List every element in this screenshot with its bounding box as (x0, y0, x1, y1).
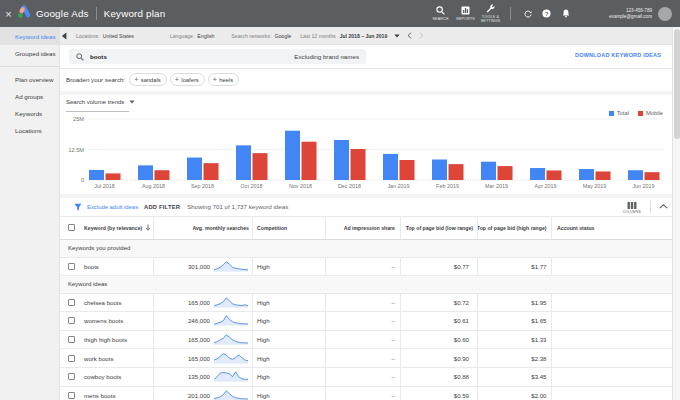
date-range-control[interactable]: Last 12 months Jul 2018 – Jun 2019 (300, 33, 387, 39)
keyword-search-input[interactable]: boots Excluding brand names (69, 49, 366, 64)
month-label: Aug 2018 (142, 183, 165, 189)
sidebar-item-keywords[interactable]: Keywords (0, 105, 59, 122)
row-checkbox[interactable] (68, 263, 75, 270)
topbar-nav-search[interactable]: SEARCH (430, 6, 452, 21)
date-range-value: Jul 2018 – Jun 2019 (340, 33, 388, 39)
bar-total-dec-2018[interactable] (334, 140, 349, 180)
toolbar-filter-locations[interactable]: Locations:United States (76, 33, 134, 39)
header-competition[interactable]: Competition (253, 217, 326, 240)
bar-mobile-feb-2019[interactable] (449, 164, 464, 180)
bar-total-mar-2019[interactable] (481, 162, 496, 180)
bar-total-feb-2019[interactable] (432, 160, 447, 180)
avatar[interactable] (658, 7, 672, 21)
account-id: 123-456-789 (609, 8, 652, 13)
search-query: boots (90, 53, 107, 60)
divider (650, 200, 651, 213)
bar-mobile-mar-2019[interactable] (498, 166, 513, 180)
bar-total-aug-2018[interactable] (138, 165, 153, 180)
bar-mobile-nov-2018[interactable] (302, 142, 317, 180)
sidebar-item-ad-groups[interactable]: Ad groups (0, 88, 59, 105)
header-keyword[interactable]: Keyword (by relevance) (80, 217, 154, 240)
bar-mobile-oct-2018[interactable] (253, 153, 268, 180)
table-row-chelsea-boots: chelsea boots165,000High–$0.72$1.95 (60, 294, 672, 313)
bar-total-may-2019[interactable] (579, 169, 594, 180)
top-bid-high-cell: $3.45 (531, 373, 546, 380)
row-checkbox[interactable] (68, 355, 75, 362)
columns-icon (627, 202, 637, 209)
refresh-icon[interactable] (518, 10, 537, 18)
help-icon[interactable]: ? (537, 9, 556, 18)
broaden-chip-loafers[interactable]: +loafers (170, 73, 205, 86)
scrollbar-track[interactable] (672, 27, 680, 400)
google-ads-keyword-plan-screen: × Google Ads Keyword plan SEARCHREPORTST… (0, 0, 680, 400)
exclude-adult-ideas-filter[interactable]: Exclude adult ideas (87, 204, 138, 210)
bar-total-jul-2018[interactable] (89, 170, 104, 180)
month-label: Mar 2019 (485, 183, 508, 189)
sidebar-item-grouped-ideas[interactable]: Grouped ideas (0, 45, 59, 62)
date-range-caret-icon[interactable] (394, 34, 400, 38)
header-ad-impression-share[interactable]: Ad impression share (326, 217, 401, 240)
collapse-chevron-icon[interactable] (659, 204, 668, 209)
close-icon[interactable]: × (4, 9, 13, 19)
month-label: Jun 2019 (632, 183, 654, 189)
row-checkbox[interactable] (68, 373, 75, 380)
table-row-work-boots: work boots165,000High–$0.90$2.38 (60, 349, 672, 368)
sidebar-item-locations[interactable]: Locations (0, 122, 59, 139)
filter-funnel-icon[interactable] (74, 203, 82, 211)
competition-cell: High (257, 263, 270, 270)
add-filter-button[interactable]: ADD FILTER (144, 204, 180, 210)
bar-total-apr-2019[interactable] (530, 168, 545, 180)
row-checkbox[interactable] (68, 336, 75, 343)
bar-total-nov-2018[interactable] (285, 131, 300, 180)
notifications-bell-icon[interactable] (556, 9, 575, 18)
month-label: Dec 2018 (338, 183, 361, 189)
sidebar-item-plan-overview[interactable]: Plan overview (0, 71, 59, 88)
bar-mobile-sep-2018[interactable] (204, 163, 219, 180)
row-checkbox[interactable] (68, 392, 75, 399)
bar-mobile-apr-2019[interactable] (547, 170, 562, 180)
header-account-status[interactable]: Account status (552, 217, 672, 240)
ad-impression-share-cell: – (392, 392, 395, 399)
bar-mobile-jul-2018[interactable] (106, 173, 121, 180)
header-top-bid-low[interactable]: Top of page bid (low range) (401, 217, 478, 240)
account-email: example@gmail.com (609, 14, 652, 19)
keyword-cell: womens boots (84, 317, 123, 324)
row-checkbox[interactable] (68, 299, 75, 306)
sidebar-item-keyword-ideas[interactable]: Keyword ideas (0, 27, 59, 45)
scrollbar-thumb[interactable] (674, 29, 680, 139)
bar-total-jun-2019[interactable] (628, 170, 643, 180)
trend-sparkline (213, 370, 249, 383)
columns-button[interactable]: COLUMNS (623, 202, 641, 214)
table-row-womens-boots: womens boots246,000High–$0.61$1.65 (60, 312, 672, 331)
bar-total-oct-2018[interactable] (236, 145, 251, 180)
broaden-chip-sandals[interactable]: +sandals (129, 73, 167, 86)
bar-mobile-jan-2019[interactable] (400, 160, 415, 180)
toolbar-filter-searchnetworks[interactable]: Search networks:Google (231, 33, 291, 39)
download-keyword-ideas-link[interactable]: DOWNLOAD KEYWORD IDEAS (575, 52, 661, 58)
header-avg-monthly-searches[interactable]: Avg. monthly searches (154, 217, 254, 240)
account-info[interactable]: 123-456-789 example@gmail.com (609, 8, 652, 19)
bar-mobile-dec-2018[interactable] (351, 149, 366, 180)
next-period-icon[interactable] (419, 32, 424, 39)
table-body: Keywords you providedboots301,000High–$0… (60, 240, 672, 400)
broaden-chip-heels[interactable]: +heels (208, 73, 239, 86)
topbar-nav-reports[interactable]: REPORTS (455, 6, 477, 21)
toolbar-filter-language[interactable]: Language:English (170, 33, 215, 39)
bar-total-sep-2018[interactable] (187, 158, 202, 180)
top-bid-low-cell: $0.60 (454, 336, 469, 343)
top-bid-high-cell: $1.33 (531, 336, 546, 343)
topbar-nav-tools-settings[interactable]: TOOLS & SETTINGS (480, 4, 502, 23)
bar-mobile-may-2019[interactable] (596, 171, 611, 180)
select-all-checkbox[interactable] (68, 224, 75, 231)
chip-label: heels (219, 77, 233, 83)
bar-mobile-aug-2018[interactable] (155, 170, 170, 180)
prev-period-icon[interactable] (407, 32, 412, 39)
keyword-cell: chelsea boots (84, 299, 122, 306)
row-checkbox[interactable] (68, 317, 75, 324)
month-label: May 2019 (583, 183, 607, 189)
bar-mobile-jun-2019[interactable] (645, 172, 660, 180)
topbar-right: SEARCHREPORTSTOOLS & SETTINGS ? 123-456-… (428, 0, 680, 27)
bar-total-jan-2019[interactable] (383, 154, 398, 180)
header-top-bid-high[interactable]: Top of page bid (high range) (478, 217, 552, 240)
exclusion-label[interactable]: Excluding brand names (294, 53, 359, 60)
